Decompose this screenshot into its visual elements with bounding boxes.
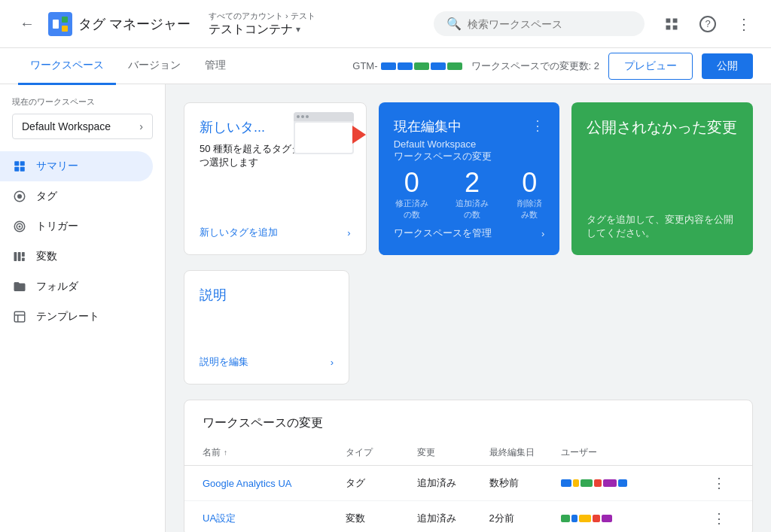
sidebar-workspace-label: 現在のワークスペース	[12, 96, 153, 108]
sidebar-item-label: テンプレート	[36, 310, 99, 324]
table-content: 名前 ↑ タイプ 変更 最終編集日 ユーザー Google Analytics …	[184, 440, 752, 532]
chevron-right-icon: ›	[139, 120, 143, 132]
sidebar: 現在のワークスペース Default Workspace › サマリー タグ	[0, 84, 166, 532]
trigger-icon	[12, 219, 27, 234]
col-header-type: タイプ	[346, 446, 417, 459]
svg-rect-20	[22, 258, 25, 262]
preview-button[interactable]: プレビュー	[608, 53, 693, 80]
browser-mock-icon	[294, 112, 354, 154]
stat-fixed-number: 0	[404, 169, 419, 196]
sidebar-item-variables[interactable]: 変数	[0, 242, 165, 272]
sidebar-item-folders[interactable]: フォルダ	[0, 272, 165, 302]
svg-rect-4	[666, 18, 671, 23]
row1-user	[561, 479, 704, 487]
row2-more-button[interactable]: ⋮	[712, 510, 726, 527]
svg-rect-17	[14, 252, 17, 261]
card-editing: 現在編集中 Default Workspace ⋮ ワークスペースの変更 0 修…	[379, 102, 560, 255]
row2-actions: ⋮	[704, 510, 734, 527]
grid-view-button[interactable]	[657, 9, 687, 39]
table-title: ワークスペースの変更	[184, 400, 752, 440]
sort-arrow-icon: ↑	[224, 448, 227, 457]
stat-fixed: 0 修正済みの数	[394, 169, 430, 220]
template-icon	[12, 309, 27, 324]
sidebar-item-summary[interactable]: サマリー	[0, 151, 153, 181]
table-row: Google Analytics UA タグ 追加済み 数秒前	[184, 466, 752, 501]
row1-date: 数秒前	[489, 476, 561, 490]
workspace-selector[interactable]: Default Workspace ›	[12, 114, 153, 139]
unpublished-description: タグを追加して、変更内容を公開してください。	[587, 213, 738, 240]
card-editing-header: 現在編集中 Default Workspace ⋮	[394, 117, 545, 150]
edit-description-link[interactable]: 説明を編集 ›	[200, 355, 334, 369]
tab-bar: ワークスペース バージョン 管理 GTM- ワークスペースでの変更数: 2 プレ…	[0, 48, 771, 84]
svg-rect-21	[14, 312, 25, 322]
workspace-changes-table: ワークスペースの変更 名前 ↑ タイプ 変更 最終編集日 ユーザー Goo	[184, 400, 753, 532]
stat-added-label: 追加済みの数	[454, 198, 490, 220]
sidebar-item-label: サマリー	[36, 160, 78, 173]
sidebar-nav: サマリー タグ トリガー 変数	[0, 151, 165, 332]
tab-manage[interactable]: 管理	[193, 49, 238, 85]
summary-icon	[12, 159, 27, 174]
svg-rect-6	[666, 25, 671, 29]
user-avatar	[561, 479, 627, 487]
svg-rect-18	[18, 252, 21, 261]
row1-change: 追加済み	[417, 476, 489, 490]
stat-added: 2 追加済みの数	[454, 169, 490, 220]
search-input[interactable]	[468, 18, 632, 30]
publish-button[interactable]: 公開	[702, 53, 753, 79]
svg-rect-0	[48, 12, 72, 36]
card-description: 説明 説明を編集 ›	[184, 270, 349, 385]
svg-rect-10	[14, 167, 19, 172]
row2-date: 2分前	[489, 512, 561, 525]
main-layout: 現在のワークスペース Default Workspace › サマリー タグ	[0, 84, 771, 532]
sidebar-item-triggers[interactable]: トリガー	[0, 211, 165, 242]
tab-workspace[interactable]: ワークスペース	[18, 49, 116, 85]
help-button[interactable]: ?	[693, 9, 723, 39]
card-new-tag: 新しいタ... 50 種類を超えるタグタイプから 1 つ選択します	[184, 102, 367, 255]
content-area: 新しいタ... 50 種類を超えるタグタイプから 1 つ選択します	[166, 84, 771, 532]
stat-deleted: 0 削除済み数	[514, 169, 544, 220]
breadcrumb-bottom[interactable]: テストコンテナ ▾	[209, 22, 315, 38]
tab-bar-left: ワークスペース バージョン 管理	[18, 48, 238, 84]
workspace-changes-count: ワークスペースでの変更数: 2	[471, 59, 599, 73]
description-title: 説明	[200, 286, 334, 304]
tab-version[interactable]: バージョン	[116, 49, 193, 85]
stat-deleted-number: 0	[522, 169, 537, 196]
sidebar-workspace-section: 現在のワークスペース Default Workspace ›	[0, 84, 165, 145]
stat-fixed-label: 修正済みの数	[394, 198, 430, 220]
user-avatar	[561, 515, 612, 522]
sidebar-item-tags[interactable]: タグ	[0, 181, 165, 211]
row1-type: タグ	[346, 476, 417, 490]
svg-rect-5	[673, 18, 678, 23]
table-row: UA設定 変数 追加済み 2分前	[184, 501, 752, 532]
unpublished-title: 公開されなかった変更	[587, 117, 738, 138]
sidebar-item-label: フォルダ	[36, 280, 78, 293]
table-col-headers: 名前 ↑ タイプ 変更 最終編集日 ユーザー	[184, 440, 752, 466]
new-tag-link[interactable]: 新しいタグを追加 ›	[200, 226, 351, 239]
gtm-badge: GTM-	[352, 60, 462, 71]
editing-more-button[interactable]: ⋮	[531, 117, 544, 134]
back-button[interactable]: ←	[12, 9, 42, 39]
svg-rect-1	[53, 20, 59, 29]
svg-point-16	[19, 226, 21, 228]
gtm-id-blocks	[381, 62, 462, 70]
manage-workspace-link[interactable]: ワークスペースを管理 ›	[394, 226, 545, 240]
chevron-right-icon: ›	[331, 357, 334, 368]
row2-name[interactable]: UA設定	[203, 512, 346, 525]
sidebar-item-label: 変数	[36, 250, 57, 263]
cards-row-top: 新しいタ... 50 種類を超えるタグタイプから 1 つ選択します	[184, 102, 753, 255]
more-options-button[interactable]: ⋮	[729, 9, 759, 39]
col-header-user: ユーザー	[561, 446, 704, 459]
search-box: 🔍	[434, 11, 645, 36]
svg-rect-2	[62, 17, 68, 23]
svg-rect-9	[20, 161, 25, 166]
row1-more-button[interactable]: ⋮	[712, 475, 726, 491]
svg-rect-19	[22, 252, 25, 257]
sidebar-item-templates[interactable]: テンプレート	[0, 302, 165, 332]
svg-rect-8	[14, 161, 19, 166]
svg-point-13	[17, 194, 22, 199]
gtm-logo	[48, 12, 72, 36]
row2-type: 変数	[346, 512, 417, 525]
row1-name[interactable]: Google Analytics UA	[203, 478, 346, 489]
chevron-right-icon: ›	[347, 227, 350, 239]
editing-subtitle: Default Workspace	[394, 138, 477, 150]
